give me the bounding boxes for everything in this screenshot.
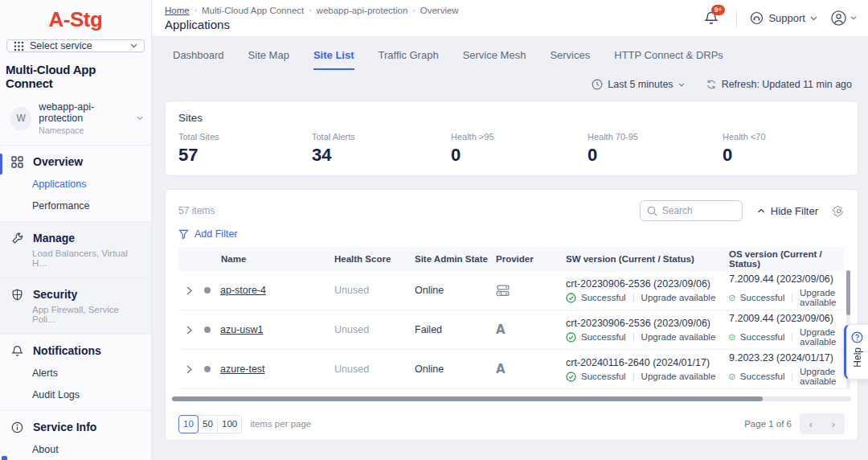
chevron-up-icon xyxy=(757,208,765,213)
nav-label: Service Info xyxy=(33,421,96,433)
column-header-sw-version: SW version (Current / Status) xyxy=(566,254,729,264)
column-header-name: Name xyxy=(178,254,334,264)
sidebar-item-manage[interactable]: Manage xyxy=(0,232,143,244)
os-version-cell: 7.2009.44 (2023/09/06) Successful Upgrad… xyxy=(729,313,845,347)
page-size-50[interactable]: 50 xyxy=(198,415,218,433)
hide-filter-button[interactable]: Hide Filter xyxy=(757,205,818,217)
row-expander-chevron[interactable] xyxy=(182,363,195,376)
refresh-status-label: Refresh: Updated 11 min ago xyxy=(722,79,852,90)
page-size-10[interactable]: 10 xyxy=(178,415,199,433)
nav-label: Notifications xyxy=(33,344,101,357)
time-range-selector[interactable]: Last 5 minutes xyxy=(592,79,684,90)
help-tab-label: Help xyxy=(852,347,863,368)
nav-label: Security xyxy=(33,288,77,301)
notifications-bell-button[interactable]: 9+ xyxy=(704,10,723,26)
sidebar-item-about[interactable]: About xyxy=(0,444,143,455)
tab-site-list[interactable]: Site List xyxy=(313,49,354,70)
metric-total-sites: Total Sites 57 xyxy=(178,132,312,166)
site-name-link[interactable]: azure-test xyxy=(220,363,265,375)
search-input[interactable] xyxy=(662,205,735,216)
azure-provider-icon: A xyxy=(496,322,506,337)
nav-group-service-info: Service Info About xyxy=(0,411,151,460)
topbar: Home › Multi-Cloud App Connect › webapp-… xyxy=(152,0,868,37)
row-expander-chevron[interactable] xyxy=(182,323,195,336)
success-check-icon xyxy=(729,332,735,343)
sw-version-cell: crt-20230906-2536 (2023/09/06) Successfu… xyxy=(566,318,729,343)
sidebar-item-alerts[interactable]: Alerts xyxy=(0,368,143,379)
search-icon xyxy=(647,206,657,216)
support-icon xyxy=(750,11,764,25)
breadcrumb-separator: › xyxy=(309,6,311,14)
wrench-icon xyxy=(11,232,23,244)
brand-logo[interactable]: A-Stg xyxy=(0,0,151,37)
sidebar-item-notifications[interactable]: Notifications xyxy=(0,344,143,357)
bell-icon xyxy=(11,345,23,357)
tab-http-connect-drps[interactable]: HTTP Connect & DRPs xyxy=(614,49,723,70)
namespace-selector[interactable]: W webapp-api-protection Namespace xyxy=(0,100,151,146)
sidebar-item-service-info[interactable]: Service Info xyxy=(0,421,143,433)
next-page-button[interactable]: › xyxy=(832,419,835,429)
tab-site-map[interactable]: Site Map xyxy=(248,49,289,70)
tab-traffic-graph[interactable]: Traffic Graph xyxy=(379,49,439,70)
success-check-icon xyxy=(566,293,576,303)
provider-cell: A xyxy=(496,322,566,337)
sidebar-item-performance[interactable]: Performance xyxy=(0,200,143,212)
metric-health-70-95: Health 70-95 0 xyxy=(588,132,723,166)
support-label: Support xyxy=(768,12,805,24)
namespace-name: webapp-api-protection xyxy=(39,101,129,124)
nav-group-subtitle: Load Balancers, Virtual H... xyxy=(0,248,143,268)
support-menu[interactable]: Support xyxy=(750,11,817,25)
chevron-down-icon xyxy=(810,16,817,21)
column-header-site-admin-state: Site Admin State xyxy=(415,254,496,264)
table-header-row: Name Health Score Site Admin State Provi… xyxy=(178,247,845,271)
nav-group-notifications: Notifications Alerts Audit Logs xyxy=(0,335,151,411)
site-status-dot xyxy=(204,287,211,294)
select-service-dropdown[interactable]: Select service xyxy=(6,39,145,52)
table-row: azu-usw1 Unused Failed A crt-20230906-25… xyxy=(178,310,845,350)
site-name-link[interactable]: azu-usw1 xyxy=(220,324,264,335)
os-version-cell: 7.2009.44 (2023/09/06) Successful Upgrad… xyxy=(729,273,845,307)
page-size-100[interactable]: 100 xyxy=(217,415,242,433)
namespace-avatar: W xyxy=(10,107,31,130)
prev-page-button[interactable]: ‹ xyxy=(809,419,813,429)
sidebar-item-overview[interactable]: Overview xyxy=(0,155,143,168)
items-per-page-label: items per page xyxy=(250,419,311,429)
overview-grid-icon xyxy=(11,156,23,168)
site-admin-state-cell: Failed xyxy=(415,324,496,335)
help-tab[interactable]: Help xyxy=(844,324,868,380)
add-filter-button[interactable]: Add Filter xyxy=(166,221,858,240)
tab-dashboard[interactable]: Dashboard xyxy=(173,49,224,70)
table-settings-button[interactable] xyxy=(833,205,845,217)
refresh-button[interactable]: Refresh: Updated 11 min ago xyxy=(706,79,852,90)
metric-health-lt70: Health <70 0 xyxy=(723,132,845,166)
page-info: Page 1 of 6 xyxy=(744,419,792,429)
tab-service-mesh[interactable]: Service Mesh xyxy=(463,49,526,70)
tab-services[interactable]: Services xyxy=(550,49,590,70)
sidebar: A-Stg Select service Multi-Cloud App Con… xyxy=(0,0,152,460)
chevron-down-icon xyxy=(130,43,137,48)
sw-version-cell: crt-20240116-2640 (2024/01/17) Successfu… xyxy=(566,357,729,382)
select-service-label: Select service xyxy=(30,40,125,51)
datacenter-provider-icon xyxy=(496,285,510,297)
success-check-icon xyxy=(566,372,576,382)
divider xyxy=(736,10,737,27)
sidebar-item-security[interactable]: Security xyxy=(0,288,143,301)
site-status-dot xyxy=(204,327,211,333)
breadcrumb-namespace[interactable]: webapp-api-protection xyxy=(317,6,408,15)
search-box xyxy=(640,200,743,221)
site-name-link[interactable]: ap-store-4 xyxy=(220,285,266,296)
pager-controls: ‹ › xyxy=(800,413,845,434)
site-status-dot xyxy=(204,366,211,372)
user-avatar-icon xyxy=(830,10,847,27)
breadcrumb-home[interactable]: Home xyxy=(165,6,190,15)
row-expander-chevron[interactable] xyxy=(182,284,195,297)
column-header-provider: Provider xyxy=(496,254,566,264)
site-admin-state-cell: Online xyxy=(415,363,496,375)
page-title: Applications xyxy=(165,18,459,31)
breadcrumb-separator: › xyxy=(412,6,415,14)
sidebar-item-audit-logs[interactable]: Audit Logs xyxy=(0,389,143,400)
breadcrumb-mcac[interactable]: Multi-Cloud App Connect xyxy=(202,6,304,15)
account-menu[interactable] xyxy=(830,10,857,27)
sidebar-item-applications[interactable]: Applications xyxy=(0,179,143,190)
gear-icon xyxy=(833,205,845,217)
